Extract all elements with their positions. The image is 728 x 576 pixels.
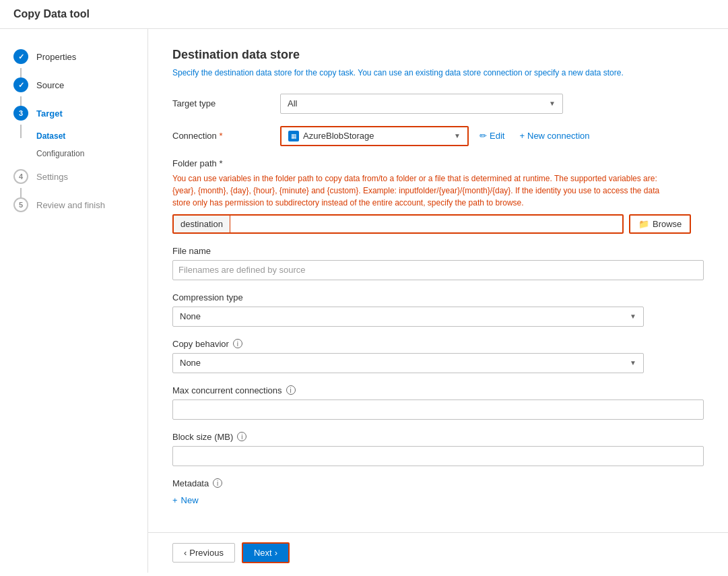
target-type-value: All — [288, 98, 297, 108]
block-size-label: Block size (MB) i — [172, 432, 704, 442]
file-name-label: File name — [172, 246, 704, 256]
file-name-group: File name — [172, 246, 704, 280]
connection-chevron-icon: ▼ — [454, 132, 461, 139]
metadata-info-icon[interactable]: i — [213, 478, 222, 488]
step-circle-properties: ✓ — [13, 49, 28, 64]
step-label-review: Review and finish — [36, 200, 105, 210]
next-button[interactable]: Next › — [242, 542, 290, 563]
step-number-review: 5 — [19, 201, 23, 209]
plus-icon: + — [519, 131, 525, 141]
copy-behavior-label: Copy behavior i — [172, 339, 704, 349]
app-title: Copy Data tool — [0, 0, 728, 29]
connection-row: Connection * ▦ AzureBlobStorage ▼ ✏ Edit — [172, 126, 704, 146]
step-label-settings: Settings — [36, 172, 68, 182]
sidebar-item-source[interactable]: ✓ Source — [0, 71, 147, 99]
connection-select-inner: ▦ AzureBlobStorage — [288, 131, 374, 141]
step-number-settings: 4 — [19, 172, 23, 181]
required-indicator: * — [219, 131, 222, 141]
target-type-label: Target type — [172, 98, 280, 108]
browse-button[interactable]: 📁 Browse — [629, 214, 691, 234]
checkmark-icon: ✓ — [18, 53, 24, 61]
chevron-right-icon: › — [275, 548, 277, 558]
checkmark-icon-source: ✓ — [18, 81, 24, 90]
folder-path-section: Folder path * You can use variables in t… — [172, 158, 704, 234]
compression-type-label: Compression type — [172, 292, 704, 302]
copy-behavior-chevron-icon: ▼ — [630, 359, 636, 366]
compression-type-group: Compression type None ▼ — [172, 292, 704, 327]
compression-type-select[interactable]: None ▼ — [172, 307, 644, 327]
target-type-select[interactable]: All ▼ — [280, 94, 563, 114]
copy-behavior-select[interactable]: None ▼ — [172, 353, 644, 373]
add-new-button[interactable]: + New — [172, 492, 199, 508]
step-number-target: 3 — [19, 109, 23, 117]
metadata-label: Metadata i — [172, 478, 704, 488]
step-circle-review: 5 — [13, 197, 28, 212]
step-circle-source: ✓ — [13, 77, 28, 92]
copy-behavior-info-icon[interactable]: i — [233, 339, 242, 348]
main-content: Destination data store Specify the desti… — [148, 29, 728, 532]
target-type-row: Target type All ▼ — [172, 94, 704, 114]
sidebar-sub-step-configuration[interactable]: Configuration — [0, 145, 147, 162]
target-type-control: All ▼ — [280, 94, 563, 114]
sidebar-sub-step-dataset[interactable]: Dataset — [0, 127, 147, 145]
section-description: Specify the destination data store for t… — [172, 67, 704, 79]
max-connections-input[interactable] — [172, 399, 704, 420]
step-label-properties: Properties — [36, 52, 76, 62]
step-circle-target: 3 — [13, 106, 28, 121]
new-connection-button[interactable]: + New connection — [515, 128, 593, 143]
metadata-section: Metadata i + New — [172, 478, 704, 508]
chevron-left-icon: ‹ — [184, 548, 187, 558]
max-connections-group: Max concurrent connections i — [172, 385, 704, 420]
copy-behavior-group: Copy behavior i None ▼ — [172, 339, 704, 373]
step-circle-settings: 4 — [13, 169, 28, 184]
sidebar-item-target[interactable]: 3 Target — [0, 99, 147, 127]
plus-new-icon: + — [172, 495, 178, 505]
folder-input-wrapper: destination — [172, 214, 624, 234]
connection-controls: ▦ AzureBlobStorage ▼ ✏ Edit + New connec… — [280, 126, 594, 146]
step-label-target: Target — [36, 108, 63, 119]
block-size-input[interactable] — [172, 446, 704, 466]
max-connections-label: Max concurrent connections i — [172, 385, 704, 395]
step-label-source: Source — [36, 80, 64, 90]
file-name-input[interactable] — [172, 260, 704, 280]
block-size-group: Block size (MB) i — [172, 432, 704, 466]
pencil-icon: ✏ — [479, 131, 487, 141]
sidebar: ✓ Properties ✓ Source 3 Target Dataset C… — [0, 29, 148, 573]
compression-chevron-icon: ▼ — [630, 313, 636, 320]
compression-type-value: None — [180, 311, 201, 321]
storage-icon: ▦ — [288, 131, 299, 141]
page-title: Destination data store — [172, 48, 704, 62]
sidebar-item-properties[interactable]: ✓ Properties — [0, 42, 147, 71]
max-connections-info-icon[interactable]: i — [286, 385, 296, 395]
folder-path-description: You can use variables in the folder path… — [172, 172, 677, 209]
folder-path-prefix: destination — [174, 216, 230, 232]
edit-button[interactable]: ✏ Edit — [475, 128, 508, 143]
copy-behavior-value: None — [180, 358, 201, 368]
connection-select[interactable]: ▦ AzureBlobStorage ▼ — [280, 126, 469, 146]
connection-value: AzureBlobStorage — [303, 131, 374, 141]
folder-path-required: * — [219, 158, 222, 168]
chevron-down-icon: ▼ — [549, 100, 556, 107]
sidebar-item-settings[interactable]: 4 Settings — [0, 162, 147, 191]
folder-icon: 📁 — [638, 219, 649, 229]
footer: ‹ Previous Next › — [148, 532, 728, 573]
connection-label: Connection * — [172, 131, 280, 141]
previous-button[interactable]: ‹ Previous — [172, 543, 235, 563]
sidebar-item-review[interactable]: 5 Review and finish — [0, 191, 147, 219]
folder-path-label: Folder path * — [172, 158, 704, 168]
block-size-info-icon[interactable]: i — [237, 432, 246, 441]
folder-path-input[interactable] — [230, 216, 622, 232]
folder-path-input-row: destination 📁 Browse — [172, 214, 704, 234]
